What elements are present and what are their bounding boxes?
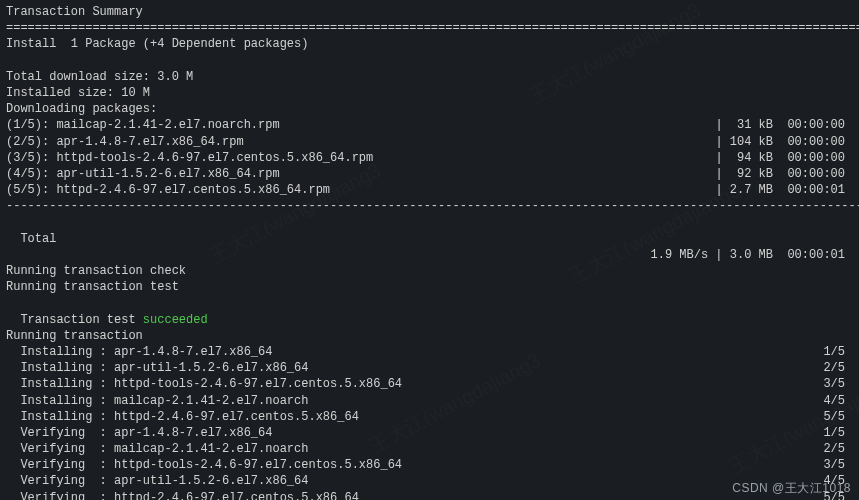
transaction-op-row: Verifying : mailcap-2.1.41-2.el7.noarch2… [6,441,853,457]
transaction-op-row: Verifying : apr-util-1.5.2-6.el7.x86_644… [6,473,853,489]
running-test: Running transaction test [6,279,853,295]
succeeded-status: succeeded [143,313,208,327]
transaction-op-row: Verifying : httpd-2.4.6-97.el7.centos.5.… [6,490,853,500]
transaction-op-row: Installing : apr-util-1.5.2-6.el7.x86_64… [6,360,853,376]
download-row: (1/5): mailcap-2.1.41-2.el7.noarch.rpm| … [6,117,853,133]
separator-double: ========================================… [6,20,853,36]
download-row: (4/5): apr-util-1.5.2-6.el7.x86_64.rpm| … [6,166,853,182]
transaction-summary-header: Transaction Summary [6,4,853,20]
total-line: Total 1.9 MB/s | 3.0 MB 00:00:01 [6,214,853,263]
total-label: Total [20,232,56,246]
download-row: (5/5): httpd-2.4.6-97.el7.centos.5.x86_6… [6,182,853,198]
transaction-op-row: Installing : apr-1.4.8-7.el7.x86_641/5 [6,344,853,360]
transaction-test-result: Transaction test succeeded [6,295,853,327]
download-row: (3/5): httpd-tools-2.4.6-97.el7.centos.5… [6,150,853,166]
blank [6,53,853,69]
transaction-op-row: Installing : httpd-2.4.6-97.el7.centos.5… [6,409,853,425]
transaction-op-row: Verifying : httpd-tools-2.4.6-97.el7.cen… [6,457,853,473]
running-transaction: Running transaction [6,328,853,344]
running-check: Running transaction check [6,263,853,279]
separator-dash: ----------------------------------------… [6,198,853,214]
csdn-watermark: CSDN @王大江1018 [732,480,851,496]
download-row: (2/5): apr-1.4.8-7.el7.x86_64.rpm| 104 k… [6,134,853,150]
transaction-op-row: Installing : mailcap-2.1.41-2.el7.noarch… [6,393,853,409]
transaction-op-row: Verifying : apr-1.4.8-7.el7.x86_641/5 [6,425,853,441]
downloading-packages: Downloading packages: [6,101,853,117]
total-stats: 1.9 MB/s | 3.0 MB 00:00:01 [651,247,845,263]
install-summary: Install 1 Package (+4 Dependent packages… [6,36,853,52]
total-download-size: Total download size: 3.0 M [6,69,853,85]
transaction-op-row: Installing : httpd-tools-2.4.6-97.el7.ce… [6,376,853,392]
installed-size: Installed size: 10 M [6,85,853,101]
